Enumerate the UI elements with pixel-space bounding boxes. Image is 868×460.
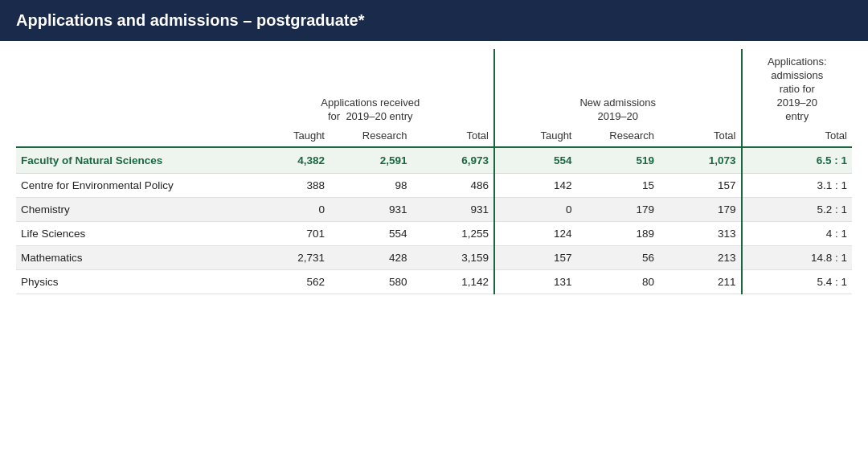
row-value: 179 (577, 198, 660, 222)
row-name: Mathematics (16, 246, 248, 270)
row-value: 211 (659, 270, 742, 294)
col-label-research-1: Research (330, 126, 412, 147)
col-label-taught-1: Taught (248, 126, 330, 147)
row-value: 428 (330, 246, 412, 270)
col-label-total-1: Total (412, 126, 495, 147)
faculty-row: Faculty of Natural Sciences4,3822,5916,9… (16, 147, 852, 174)
col-label-total-3: Total (742, 126, 853, 147)
row-value: 0 (494, 198, 577, 222)
row-value: 1,142 (412, 270, 495, 294)
row-value: 189 (577, 222, 660, 246)
row-value: 388 (248, 174, 330, 198)
row-value: 580 (330, 270, 412, 294)
row-name: Chemistry (16, 198, 248, 222)
row-value: 56 (577, 246, 660, 270)
row-value: 179 (659, 198, 742, 222)
row-value: 3.1 : 1 (742, 174, 853, 198)
row-value: 554 (330, 222, 412, 246)
row-value: 701 (248, 222, 330, 246)
row-value: 14.8 : 1 (742, 246, 853, 270)
col-label-research-2: Research (577, 126, 660, 147)
row-value: 142 (494, 174, 577, 198)
row-value: 157 (659, 174, 742, 198)
row-value: 1,073 (659, 147, 742, 174)
row-value: 313 (659, 222, 742, 246)
row-value: 5.4 : 1 (742, 270, 853, 294)
group-header-row: Applications receivedfor 2019–20 entry N… (16, 49, 852, 126)
col-label-name (16, 126, 248, 147)
table-row: Mathematics2,7314283,1591575621314.8 : 1 (16, 246, 852, 270)
row-name: Physics (16, 270, 248, 294)
empty-header-cell (16, 49, 248, 126)
row-value: 2,731 (248, 246, 330, 270)
row-name: Centre for Environmental Policy (16, 174, 248, 198)
new-admissions-header: New admissions2019–20 (494, 49, 742, 126)
row-value: 6,973 (412, 147, 495, 174)
row-value: 486 (412, 174, 495, 198)
applications-received-header: Applications receivedfor 2019–20 entry (248, 49, 495, 126)
row-value: 519 (577, 147, 660, 174)
row-value: 80 (577, 270, 660, 294)
ratio-header: Applications:admissionsratio for2019–20e… (742, 49, 853, 126)
row-value: 4 : 1 (742, 222, 853, 246)
table-row: Physics5625801,142131802115.4 : 1 (16, 270, 852, 294)
table-container: Applications receivedfor 2019–20 entry N… (0, 41, 868, 310)
row-value: 6.5 : 1 (742, 147, 853, 174)
row-value: 213 (659, 246, 742, 270)
row-value: 2,591 (330, 147, 412, 174)
row-value: 3,159 (412, 246, 495, 270)
row-name: Faculty of Natural Sciences (16, 147, 248, 174)
table-row: Life Sciences7015541,2551241893134 : 1 (16, 222, 852, 246)
row-value: 5.2 : 1 (742, 198, 853, 222)
row-value: 554 (494, 147, 577, 174)
row-value: 1,255 (412, 222, 495, 246)
row-value: 15 (577, 174, 660, 198)
row-value: 131 (494, 270, 577, 294)
row-value: 931 (412, 198, 495, 222)
row-value: 4,382 (248, 147, 330, 174)
col-label-total-2: Total (659, 126, 742, 147)
table-body: Faculty of Natural Sciences4,3822,5916,9… (16, 147, 852, 294)
row-value: 0 (248, 198, 330, 222)
row-value: 931 (330, 198, 412, 222)
col-label-taught-2: Taught (494, 126, 577, 147)
page-wrapper: Applications and admissions – postgradua… (0, 0, 868, 310)
row-value: 157 (494, 246, 577, 270)
row-value: 124 (494, 222, 577, 246)
row-value: 98 (330, 174, 412, 198)
col-label-row: Taught Research Total Taught Research To… (16, 126, 852, 147)
row-value: 562 (248, 270, 330, 294)
data-table: Applications receivedfor 2019–20 entry N… (16, 49, 852, 294)
table-row: Chemistry093193101791795.2 : 1 (16, 198, 852, 222)
page-header: Applications and admissions – postgradua… (0, 0, 868, 41)
row-name: Life Sciences (16, 222, 248, 246)
table-row: Centre for Environmental Policy388984861… (16, 174, 852, 198)
page-title: Applications and admissions – postgradua… (16, 11, 852, 30)
